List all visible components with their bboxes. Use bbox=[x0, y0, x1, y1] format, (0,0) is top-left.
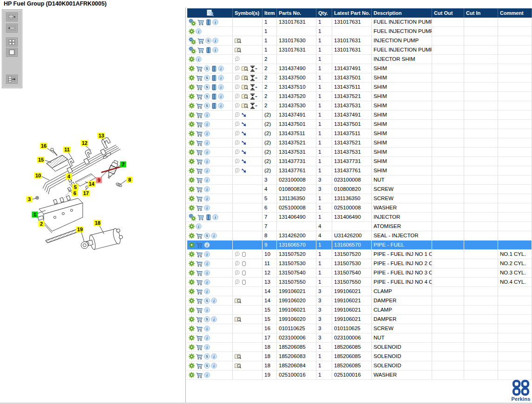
shim-icon[interactable] bbox=[250, 102, 257, 110]
table-row[interactable]: 170231000063023100006NUT bbox=[187, 333, 532, 343]
gear-icon[interactable] bbox=[189, 306, 195, 314]
info-icon[interactable] bbox=[204, 176, 210, 184]
gear-icon[interactable] bbox=[189, 65, 195, 72]
balloon-icon[interactable] bbox=[234, 130, 240, 137]
info-icon[interactable] bbox=[204, 269, 210, 277]
cart-icon[interactable] bbox=[196, 316, 203, 323]
table-row[interactable]: 101315075201131507520PIPE - FUEL INJ NO … bbox=[187, 250, 532, 259]
gear-icon[interactable] bbox=[189, 28, 195, 35]
callout-label-11[interactable]: 11 bbox=[63, 147, 71, 153]
s-badge-icon[interactable] bbox=[204, 316, 210, 323]
table-row[interactable]: 151991060213199106021CLAMP bbox=[187, 306, 532, 315]
gear-icon[interactable] bbox=[189, 186, 195, 193]
arrow-icon[interactable] bbox=[241, 167, 247, 175]
cart-icon[interactable] bbox=[196, 65, 203, 72]
info-icon[interactable] bbox=[204, 204, 210, 212]
gear-icon[interactable] bbox=[189, 344, 195, 351]
callout-label-10[interactable]: 10 bbox=[34, 173, 42, 179]
callout-label-16[interactable]: 16 bbox=[40, 143, 47, 149]
toggle-panel-button[interactable] bbox=[6, 75, 18, 84]
info-icon[interactable] bbox=[211, 362, 217, 370]
info-icon[interactable] bbox=[204, 158, 210, 165]
dual-gear-icon[interactable] bbox=[189, 19, 196, 26]
info-icon[interactable] bbox=[204, 325, 210, 332]
table-row[interactable]: 141991060213199106021CLAMP bbox=[187, 287, 532, 296]
gear-icon[interactable] bbox=[189, 84, 195, 91]
callout-label-8[interactable]: 8 bbox=[127, 177, 133, 183]
table-row[interactable]: 40108008203010800820SCREW bbox=[187, 185, 532, 194]
cart-icon[interactable] bbox=[196, 362, 203, 370]
info-icon[interactable] bbox=[204, 260, 210, 267]
notebook-icon[interactable] bbox=[205, 214, 211, 221]
gear-icon[interactable] bbox=[189, 149, 195, 156]
gear-icon[interactable] bbox=[189, 260, 195, 267]
column-header-comment[interactable]: Comment bbox=[498, 8, 532, 18]
gear-icon[interactable] bbox=[189, 176, 195, 184]
table-row[interactable]: (2)1314375211131437521SHIM bbox=[187, 138, 532, 148]
cart-icon[interactable] bbox=[196, 325, 203, 332]
cart-icon[interactable] bbox=[196, 269, 203, 277]
cart-icon[interactable] bbox=[196, 186, 203, 193]
s-badge-icon[interactable] bbox=[204, 353, 210, 360]
gear-icon[interactable] bbox=[189, 56, 195, 63]
cart-icon[interactable] bbox=[196, 371, 203, 379]
table-row[interactable]: 11310176311131017631FUEL INJECTION PUMP bbox=[187, 46, 532, 55]
table-row[interactable]: 121315075401131507540PIPE - FUEL INJ NO … bbox=[187, 268, 532, 278]
info-icon[interactable] bbox=[211, 232, 217, 240]
info-icon[interactable] bbox=[196, 28, 202, 35]
table-row[interactable]: (2)1314377611131437761SHIM bbox=[187, 166, 532, 176]
callout-label-17[interactable]: 17 bbox=[82, 190, 90, 196]
cart-icon[interactable] bbox=[196, 102, 203, 110]
info-icon[interactable] bbox=[204, 344, 210, 351]
cart-icon[interactable] bbox=[197, 19, 204, 26]
gear-icon[interactable] bbox=[189, 353, 195, 360]
s-badge-icon[interactable] bbox=[204, 102, 210, 110]
gear-icon[interactable] bbox=[189, 241, 195, 249]
table-row[interactable]: (2)1314375311131437531SHIM bbox=[187, 148, 532, 157]
table-row[interactable]: 21314375301131437531SHIM bbox=[187, 101, 532, 111]
info-icon[interactable] bbox=[211, 316, 217, 323]
info-icon[interactable] bbox=[204, 149, 210, 156]
arrow-icon[interactable] bbox=[241, 111, 247, 119]
shim-icon[interactable] bbox=[250, 84, 257, 91]
s-badge-icon[interactable] bbox=[204, 362, 210, 370]
lookup-icon[interactable] bbox=[234, 353, 242, 360]
cart-icon[interactable] bbox=[196, 353, 203, 360]
table-row[interactable]: 11310176311131017631FUEL INJECTION PUMP bbox=[187, 18, 532, 27]
notebook-icon[interactable] bbox=[205, 46, 211, 54]
cart-icon[interactable] bbox=[196, 167, 203, 175]
gear-icon[interactable] bbox=[189, 297, 195, 305]
shim-icon[interactable] bbox=[250, 93, 257, 100]
cart-icon[interactable] bbox=[197, 37, 204, 45]
gear-icon[interactable] bbox=[189, 167, 195, 175]
balloon-icon[interactable] bbox=[234, 260, 240, 267]
cart-icon[interactable] bbox=[196, 195, 203, 202]
info-icon[interactable] bbox=[212, 37, 218, 45]
s-badge-icon[interactable] bbox=[204, 84, 210, 91]
table-row[interactable]: (2)1314375011131437501SHIM bbox=[187, 120, 532, 129]
balloon-icon[interactable] bbox=[234, 251, 240, 258]
callout-label-19[interactable]: 19 bbox=[76, 227, 84, 233]
gear-icon[interactable] bbox=[189, 223, 195, 230]
table-row[interactable]: (2)1314374911131437491SHIM bbox=[187, 111, 532, 120]
cart-icon[interactable] bbox=[196, 241, 203, 249]
lookup-icon[interactable] bbox=[241, 84, 249, 91]
callout-label-6[interactable]: 6 bbox=[72, 190, 78, 196]
balloon-icon[interactable] bbox=[234, 269, 240, 277]
callout-label-15[interactable]: 15 bbox=[37, 157, 45, 163]
cart-icon[interactable] bbox=[196, 130, 203, 137]
table-row[interactable]: 181852060851185206085SOLENOID bbox=[187, 343, 532, 352]
lookup-icon[interactable] bbox=[241, 93, 249, 100]
callout-label-7[interactable]: 7 bbox=[120, 162, 126, 168]
info-icon[interactable] bbox=[218, 102, 224, 110]
gear-icon[interactable] bbox=[189, 121, 195, 128]
notebook-icon[interactable] bbox=[211, 65, 217, 72]
column-header-parts_no[interactable]: Parts No. bbox=[277, 8, 316, 18]
cart-icon[interactable] bbox=[196, 251, 203, 258]
cart-icon[interactable] bbox=[196, 158, 203, 165]
lookup-icon[interactable] bbox=[234, 362, 242, 370]
info-icon[interactable] bbox=[218, 84, 224, 91]
gear-icon[interactable] bbox=[189, 288, 195, 295]
info-icon[interactable] bbox=[204, 139, 210, 147]
info-icon[interactable] bbox=[211, 297, 217, 305]
